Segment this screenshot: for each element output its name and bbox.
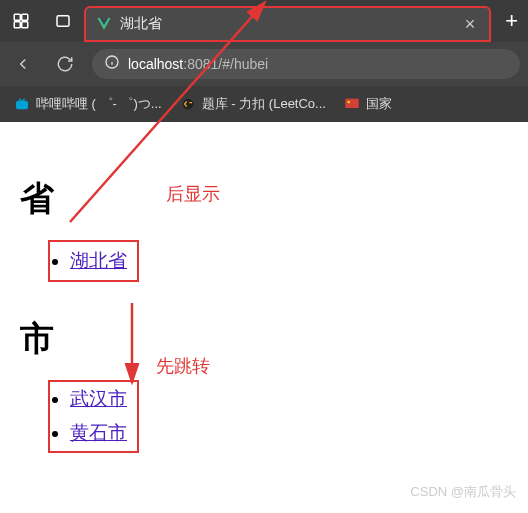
svg-rect-1: [22, 14, 28, 20]
watermark: CSDN @南瓜骨头: [410, 483, 516, 501]
svg-rect-8: [16, 101, 28, 110]
link-hubei[interactable]: 湖北省: [70, 250, 127, 271]
svg-rect-0: [14, 14, 20, 20]
bookmark-label: 哔哩哔哩 ( ゜- ゜)つ...: [36, 95, 162, 113]
new-tab-button[interactable]: +: [495, 8, 528, 34]
link-wuhan[interactable]: 武汉市: [70, 388, 127, 409]
svg-rect-4: [57, 16, 69, 27]
tab-title: 湖北省: [120, 15, 453, 33]
workspaces-icon[interactable]: [0, 0, 42, 42]
heading-city: 市: [20, 316, 508, 362]
url-text: localhost:8081/#/hubei: [128, 56, 268, 72]
list-item: 湖北省: [70, 244, 127, 278]
list-item: 武汉市: [70, 382, 127, 416]
browser-toolbar: localhost:8081/#/hubei: [0, 42, 528, 86]
svg-rect-3: [22, 22, 28, 28]
browser-tab[interactable]: 湖北省 ×: [84, 6, 491, 42]
bookmark-guojia[interactable]: 国家: [338, 91, 398, 117]
bookmarks-bar: 哔哩哔哩 ( ゜- ゜)つ... 题库 - 力扣 (LeetCo... 国家: [0, 86, 528, 122]
bookmark-leetcode[interactable]: 题库 - 力扣 (LeetCo...: [174, 91, 332, 117]
bookmark-bilibili[interactable]: 哔哩哔哩 ( ゜- ゜)つ...: [8, 91, 168, 117]
url-bar[interactable]: localhost:8081/#/hubei: [92, 49, 520, 79]
browser-titlebar: 湖北省 × +: [0, 0, 528, 42]
back-button[interactable]: [8, 49, 38, 79]
svg-rect-10: [345, 99, 358, 108]
svg-rect-2: [14, 22, 20, 28]
svg-point-11: [347, 101, 350, 104]
city-box: 武汉市 黄石市: [48, 380, 139, 452]
tab-actions-icon[interactable]: [42, 0, 84, 42]
page-content: 省 湖北省 后显示 市 先跳转 武汉市 黄石市: [0, 122, 528, 473]
refresh-button[interactable]: [50, 49, 80, 79]
vue-favicon-icon: [96, 16, 112, 32]
bilibili-icon: [14, 96, 30, 112]
province-box: 湖北省: [48, 240, 139, 282]
leetcode-icon: [180, 96, 196, 112]
heading-province: 省: [20, 176, 508, 222]
bookmark-label: 题库 - 力扣 (LeetCo...: [202, 95, 326, 113]
link-huangshi[interactable]: 黄石市: [70, 422, 127, 443]
bookmark-label: 国家: [366, 95, 392, 113]
close-tab-icon[interactable]: ×: [461, 14, 480, 35]
list-item: 黄石市: [70, 416, 127, 450]
flag-icon: [344, 96, 360, 112]
site-info-icon[interactable]: [104, 54, 120, 74]
